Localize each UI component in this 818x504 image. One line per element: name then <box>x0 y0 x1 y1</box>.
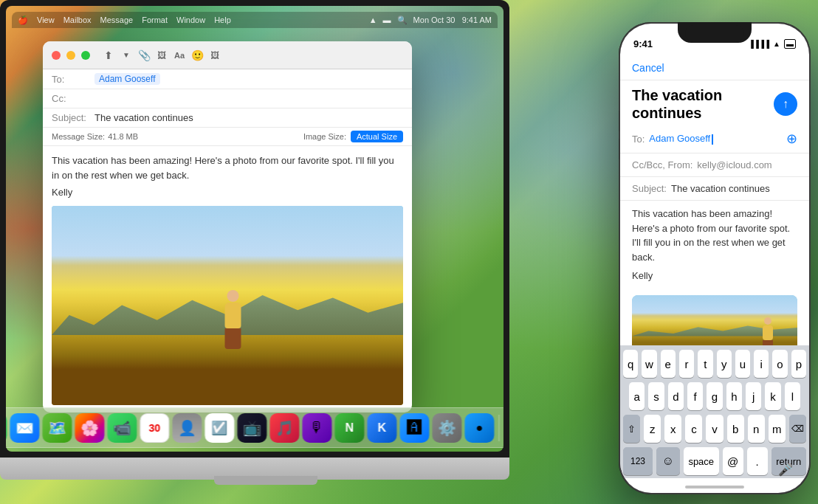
menu-format[interactable]: Format <box>142 15 168 24</box>
dock-icon-reminders[interactable]: ☑️ <box>205 413 234 443</box>
emoji-icon[interactable]: 🙂 <box>190 49 204 62</box>
fullscreen-button[interactable] <box>81 51 90 60</box>
iphone-cc-field[interactable]: Cc/Bcc, From: kelly@icloud.com <box>620 153 809 177</box>
key-r[interactable]: r <box>679 350 694 378</box>
send-icon[interactable]: ⬆ <box>102 49 115 62</box>
font-icon[interactable]: Aa <box>173 49 186 62</box>
dock-icon-tv[interactable]: 📺 <box>237 413 267 443</box>
shift-key[interactable]: ⇧ <box>623 415 640 443</box>
photo-menu-icon[interactable]: 🖼 <box>208 49 221 62</box>
key-f[interactable]: f <box>687 382 703 410</box>
key-c[interactable]: c <box>685 415 702 443</box>
dock-icon-messages[interactable]: 💬 <box>6 413 7 443</box>
subject-value[interactable]: The vacation continues <box>94 112 403 123</box>
message-size-label: Message Size: <box>52 132 105 141</box>
space-key[interactable]: space <box>684 447 719 475</box>
key-y[interactable]: y <box>717 350 732 378</box>
dock-icon-controlcenter[interactable]: ● <box>464 413 494 443</box>
iphone-screen: 9:41 ▐▐▐▐ ▲ ▬ Cancel The vacation contin… <box>620 24 809 493</box>
iphone-mail-body[interactable]: This vacation has been amazing! Here's a… <box>620 201 809 292</box>
menu-help[interactable]: Help <box>214 15 231 24</box>
iphone-send-button[interactable]: ↑ <box>774 92 797 116</box>
menu-bar-datetime: Mon Oct 30 9:41 AM <box>413 15 492 24</box>
key-t[interactable]: t <box>698 350 712 378</box>
iphone-signature: Kelly <box>632 269 797 283</box>
iphone-cc-value[interactable]: kelly@icloud.com <box>697 159 797 170</box>
iphone-subject-value[interactable]: The vacation continues <box>671 183 797 194</box>
at-key[interactable]: @ <box>723 447 743 475</box>
key-p[interactable]: p <box>791 350 806 378</box>
key-e[interactable]: e <box>661 350 676 378</box>
delete-key[interactable]: ⌫ <box>789 415 806 443</box>
iphone-power-button[interactable] <box>810 125 811 155</box>
key-g[interactable]: g <box>707 382 722 410</box>
emoji-keyboard-key[interactable]: ☺ <box>656 447 680 475</box>
dock-icon-settings[interactable]: ⚙️ <box>432 413 461 443</box>
key-i[interactable]: i <box>754 350 769 378</box>
menu-mailbox[interactable]: Mailbox <box>63 15 92 24</box>
macbook-screen-container: 🍎 View Mailbox Message Format Window Hel… <box>0 0 509 458</box>
dock-icon-podcasts[interactable]: 🎙 <box>302 413 331 443</box>
mail-window-titlebar: ⬆ ▼ 📎 🖼 Aa 🙂 🖼 <box>43 41 412 69</box>
attachment-icon[interactable]: 📎 <box>137 49 151 62</box>
key-u[interactable]: u <box>735 350 750 378</box>
key-d[interactable]: d <box>668 382 684 410</box>
menu-bar-right: ▲ ▬ 🔍 Mon Oct 30 9:41 AM <box>369 15 492 25</box>
microphone-icon[interactable]: 🎤 <box>778 463 793 477</box>
key-j[interactable]: j <box>746 382 761 410</box>
mail-compose-window: ⬆ ▼ 📎 🖼 Aa 🙂 🖼 To: Adam Gooseff <box>43 41 412 412</box>
key-a[interactable]: a <box>629 382 645 410</box>
mail-body[interactable]: This vacation has been amazing! Here's a… <box>43 146 412 412</box>
key-b[interactable]: b <box>727 415 744 443</box>
key-l[interactable]: l <box>785 382 800 410</box>
to-field[interactable]: To: Adam Gooseff <box>43 69 412 89</box>
dock-icon-appstore[interactable]: 🅰 <box>399 413 429 443</box>
close-button[interactable] <box>52 51 61 60</box>
key-w[interactable]: w <box>642 350 656 378</box>
iphone-volume-down[interactable] <box>619 139 619 159</box>
menu-window[interactable]: Window <box>176 15 205 24</box>
macbook-foot <box>214 476 317 485</box>
iphone-subject-field[interactable]: Subject: The vacation continues <box>620 177 809 201</box>
subject-field[interactable]: Subject: The vacation continues <box>43 108 412 128</box>
key-k[interactable]: k <box>765 382 780 410</box>
actual-size-button[interactable]: Actual Size <box>351 131 403 142</box>
recipient-chip[interactable]: Adam Gooseff <box>94 73 160 85</box>
menu-message[interactable]: Message <box>100 15 134 24</box>
compose-chevron-icon[interactable]: ▼ <box>120 49 133 62</box>
apple-menu[interactable]: 🍎 <box>18 15 28 25</box>
cc-field[interactable]: Cc: <box>43 89 412 108</box>
dock-icon-music[interactable]: 🎵 <box>269 413 299 443</box>
key-x[interactable]: x <box>664 415 681 443</box>
dock-icon-facetime[interactable]: 📹 <box>107 413 137 443</box>
photo-person <box>220 290 246 349</box>
key-m[interactable]: m <box>769 415 786 443</box>
subject-label: Subject: <box>52 112 94 123</box>
dock-icon-keynote[interactable]: K <box>367 413 396 443</box>
dock-icon-contacts[interactable]: 👤 <box>172 413 202 443</box>
dock-icon-calendar[interactable]: 30 <box>140 413 169 443</box>
dock-icon-mail[interactable]: ✉️ <box>10 413 39 443</box>
iphone-to-field[interactable]: To: Adam Gooseff ⊕ <box>620 125 809 153</box>
minimize-button[interactable] <box>66 51 75 60</box>
key-n[interactable]: n <box>748 415 765 443</box>
period-key[interactable]: . <box>747 447 768 475</box>
menu-bar-search-icon[interactable]: 🔍 <box>397 15 408 25</box>
dock-icon-maps[interactable]: 🗺️ <box>42 413 72 443</box>
photo-attach-icon[interactable]: 🖼 <box>155 49 168 62</box>
key-q[interactable]: q <box>623 350 638 378</box>
key-s[interactable]: s <box>648 382 664 410</box>
number-key[interactable]: 123 <box>623 447 653 475</box>
iphone-add-recipient-button[interactable]: ⊕ <box>786 131 797 147</box>
dock-icon-numbers[interactable]: N <box>334 413 364 443</box>
keyboard-row-3: ⇧ z x c v b n m ⌫ <box>623 415 806 443</box>
key-o[interactable]: o <box>772 350 787 378</box>
key-h[interactable]: h <box>726 382 742 410</box>
dock-icon-photos[interactable]: 🌸 <box>75 413 104 443</box>
iphone-cancel-button[interactable]: Cancel <box>632 62 664 74</box>
key-z[interactable]: z <box>644 415 661 443</box>
key-v[interactable]: v <box>706 415 723 443</box>
menu-view[interactable]: View <box>37 15 55 24</box>
battery-icon: ▬ <box>784 39 796 49</box>
iphone-volume-up[interactable] <box>619 111 619 131</box>
